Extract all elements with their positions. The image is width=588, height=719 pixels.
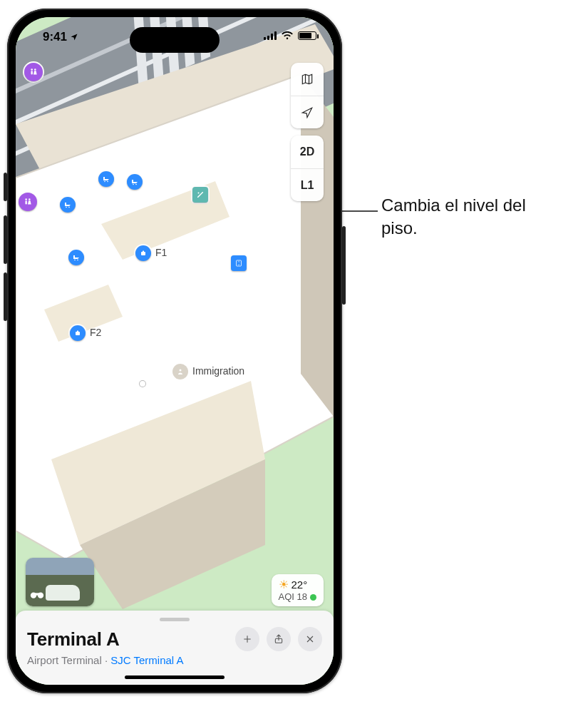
baggage-cart-icon[interactable] [98,171,114,187]
baggage-claim-icon[interactable] [135,245,151,261]
add-button[interactable] [235,627,259,651]
svg-point-19 [34,68,36,71]
weather-temp: 22° [292,578,308,591]
side-button [342,226,346,305]
svg-point-25 [68,207,70,208]
weather-pill[interactable]: ☀ 22° AQI 18 [272,574,324,606]
svg-point-28 [133,184,134,185]
close-button[interactable] [298,627,322,651]
place-parent-link[interactable]: SJC Terminal A [110,654,183,666]
svg-point-24 [66,207,67,208]
wifi-icon [281,31,294,40]
immigration-label: Immigration [192,365,244,377]
look-around-thumbnail[interactable] [26,558,94,606]
place-card[interactable]: Terminal A Airport Terminal [16,611,334,685]
map-controls: 2D L1 [291,63,324,201]
map-marker-dot [140,381,145,387]
floor-level-button[interactable]: L1 [291,168,324,201]
escalator-icon[interactable] [192,187,208,203]
place-title: Terminal A [27,628,119,651]
dynamic-island [130,27,220,53]
place-card-actions [235,627,322,651]
ring-switch [4,173,7,201]
place-category: Airport Terminal [27,654,102,666]
tracking-button[interactable] [291,96,324,128]
share-button[interactable] [267,627,291,651]
svg-point-32 [198,193,200,194]
svg-point-18 [31,68,33,71]
status-time-label: 9:41 [43,30,67,44]
baggage-f2-label: F2 [90,327,101,338]
svg-point-27 [107,181,108,183]
svg-rect-36 [76,332,80,335]
volume-up-button [4,215,7,264]
sheet-grabber[interactable] [160,618,190,621]
svg-point-21 [25,198,27,200]
svg-point-38 [180,369,182,372]
weather-aqi: AQI 18 [279,591,307,602]
baggage-f1-label: F1 [155,247,167,258]
map-mode-button[interactable] [291,63,324,96]
view-mode-button[interactable]: 2D [291,136,324,168]
svg-rect-23 [26,200,27,204]
restroom-icon[interactable] [19,193,37,211]
svg-rect-33 [141,252,145,255]
baggage-claim-icon[interactable] [70,325,86,341]
svg-rect-37 [77,331,78,332]
svg-rect-41 [35,593,40,595]
baggage-cart-icon[interactable] [68,250,84,265]
svg-point-26 [104,181,105,183]
binoculars-icon [30,589,44,602]
svg-point-29 [135,184,137,185]
status-time: 9:41 [43,30,78,44]
iphone-device-frame: 9:41 [7,9,342,693]
location-services-icon [70,33,78,41]
aqi-dot [310,594,316,601]
home-indicator[interactable] [125,675,225,679]
svg-point-22 [29,198,31,200]
restroom-icon[interactable] [24,63,43,81]
baggage-cart-icon[interactable] [127,174,143,190]
baggage-cart-icon[interactable] [60,197,76,213]
callout-text: Cambia el nivel del piso. [381,194,567,240]
volume-down-button [4,272,7,321]
screen: 9:41 [16,17,334,685]
svg-rect-34 [143,251,144,253]
partly-sunny-icon: ☀ [279,578,289,591]
floor-level-label: L1 [301,179,314,192]
svg-point-31 [77,260,78,261]
elevator-icon[interactable] [231,255,247,271]
immigration-icon[interactable] [172,364,188,379]
svg-point-30 [74,260,76,261]
cellular-icon [264,31,277,40]
view-mode-label: 2D [300,146,314,158]
battery-icon [298,31,316,40]
svg-rect-20 [31,71,33,74]
